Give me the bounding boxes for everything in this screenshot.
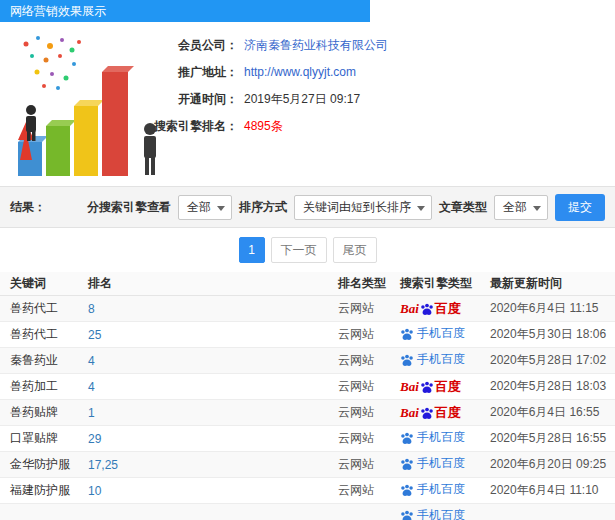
- mobile-baidu-logo: 手机百度: [400, 455, 465, 472]
- update-time-cell: 2020年6月20日 09:25: [490, 456, 615, 473]
- baidu-logo-latin: Bai: [400, 379, 419, 395]
- pagination: 1 下一页 尾页: [0, 228, 615, 272]
- keyword-cell: 兽药加工: [10, 378, 88, 395]
- table-row: 兽药代工8云网站Bai百度2020年6月4日 11:15: [0, 296, 615, 322]
- column-header: 搜索引擎类型: [400, 275, 490, 292]
- chevron-down-icon: [217, 206, 225, 211]
- rank-link[interactable]: 4: [88, 380, 338, 394]
- rank-type-cell: 云网站: [338, 404, 400, 421]
- info-field-value[interactable]: 济南秦鲁药业科技有限公司: [244, 36, 388, 55]
- chevron-down-icon: [417, 206, 425, 211]
- mobile-baidu-label: 手机百度: [417, 351, 465, 368]
- table-row: 兽药代工25云网站手机百度2020年5月30日 18:06: [0, 322, 615, 348]
- mobile-baidu-label: 手机百度: [417, 455, 465, 472]
- baidu-paw-icon: [420, 302, 434, 316]
- info-field-label: 推广地址：: [120, 63, 238, 82]
- mobile-baidu-logo: 手机百度: [400, 429, 465, 446]
- rank-link[interactable]: 1: [88, 406, 338, 420]
- info-fields: 会员公司：济南秦鲁药业科技有限公司推广地址：http://www.qlyyjt.…: [120, 36, 388, 144]
- info-field: 搜索引擎排名：4895条: [120, 117, 388, 136]
- rank-link[interactable]: 17,25: [88, 458, 338, 472]
- update-time-cell: 2020年6月4日 16:55: [490, 404, 615, 421]
- page-title: 网络营销效果展示: [10, 4, 106, 18]
- keyword-cell: 兽药代工: [10, 326, 88, 343]
- engine-filter-label: 分搜索引擎查看: [87, 199, 171, 216]
- rank-link[interactable]: 29: [88, 432, 338, 446]
- rank-type-cell: 云网站: [338, 482, 400, 499]
- chevron-down-icon: [533, 206, 541, 211]
- table-header-row: 关键词排名排名类型搜索引擎类型最新更新时间: [0, 272, 615, 296]
- baidu-logo-cn: 百度: [435, 378, 461, 396]
- info-field-label: 会员公司：: [120, 36, 238, 55]
- search-engine-cell: 手机百度: [400, 325, 490, 344]
- info-field-label: 搜索引擎排名：: [120, 117, 238, 136]
- search-engine-cell: 手机百度: [400, 429, 490, 448]
- info-field: 推广地址：http://www.qlyyjt.com: [120, 63, 388, 82]
- keyword-cell: 兽药代工: [10, 300, 88, 317]
- update-time-cell: 2020年5月30日 18:06: [490, 326, 615, 343]
- rank-link[interactable]: 25: [88, 328, 338, 342]
- search-engine-cell: 手机百度: [400, 455, 490, 474]
- baidu-paw-icon: [400, 509, 414, 520]
- keyword-ranking-table: 关键词排名排名类型搜索引擎类型最新更新时间 兽药代工8云网站Bai百度2020年…: [0, 272, 615, 520]
- keyword-cell: 兽药贴牌: [10, 404, 88, 421]
- article-type-select[interactable]: 全部: [494, 195, 548, 220]
- baidu-paw-icon: [400, 431, 414, 445]
- keyword-cell: 金华防护服: [10, 456, 88, 473]
- baidu-logo: Bai百度: [400, 404, 461, 422]
- baidu-logo-latin: Bai: [400, 405, 419, 421]
- search-engine-cell: 手机百度: [400, 481, 490, 500]
- baidu-paw-icon: [400, 457, 414, 471]
- table-body: 兽药代工8云网站Bai百度2020年6月4日 11:15兽药代工25云网站手机百…: [0, 296, 615, 520]
- mobile-baidu-label: 手机百度: [417, 507, 465, 520]
- baidu-paw-icon: [420, 406, 434, 420]
- table-row: 秦鲁药业4云网站手机百度2020年5月28日 17:02: [0, 348, 615, 374]
- rank-type-cell: 云网站: [338, 456, 400, 473]
- baidu-paw-icon: [400, 483, 414, 497]
- sort-select[interactable]: 关键词由短到长排序: [294, 195, 432, 220]
- baidu-logo-latin: Bai: [400, 301, 419, 317]
- info-field-value: 2019年5月27日 09:17: [244, 90, 360, 109]
- info-field-value[interactable]: http://www.qlyyjt.com: [244, 63, 356, 82]
- keyword-cell: 秦鲁药业: [10, 352, 88, 369]
- keyword-cell: 口罩贴牌: [10, 430, 88, 447]
- mobile-baidu-logo: 手机百度: [400, 351, 465, 368]
- search-engine-cell: 手机百度: [400, 507, 490, 520]
- table-row: 兽药贴牌1云网站Bai百度2020年6月4日 16:55: [0, 400, 615, 426]
- info-field-label: 开通时间：: [120, 90, 238, 109]
- info-field-value: 4895条: [244, 117, 283, 136]
- rank-link[interactable]: 8: [88, 302, 338, 316]
- baidu-logo: Bai百度: [400, 300, 461, 318]
- filter-controls: 分搜索引擎查看 全部 排序方式 关键词由短到长排序 文章类型 全部 提交: [87, 194, 605, 221]
- update-time-cell: 2020年6月4日 11:10: [490, 482, 615, 499]
- column-header: 排名: [88, 275, 338, 292]
- baidu-paw-icon: [400, 327, 414, 341]
- keyword-cell: 福建防护服: [10, 482, 88, 499]
- pagination-next-button[interactable]: 下一页: [271, 237, 327, 263]
- pagination-last-button[interactable]: 尾页: [333, 237, 377, 263]
- update-time-cell: 2020年5月28日 16:55: [490, 430, 615, 447]
- pagination-current-page[interactable]: 1: [239, 237, 265, 263]
- search-engine-cell: 手机百度: [400, 351, 490, 370]
- baidu-paw-icon: [420, 380, 434, 394]
- rank-type-cell: 云网站: [338, 378, 400, 395]
- info-field: 会员公司：济南秦鲁药业科技有限公司: [120, 36, 388, 55]
- mobile-baidu-logo: 手机百度: [400, 325, 465, 342]
- rank-link[interactable]: 4: [88, 354, 338, 368]
- sort-select-value: 关键词由短到长排序: [303, 199, 411, 216]
- mobile-baidu-label: 手机百度: [417, 481, 465, 498]
- mobile-baidu-label: 手机百度: [417, 325, 465, 342]
- table-row: 手机百度: [0, 504, 615, 520]
- submit-button[interactable]: 提交: [555, 194, 605, 221]
- baidu-logo-cn: 百度: [435, 404, 461, 422]
- table-row: 金华防护服17,25云网站手机百度2020年6月20日 09:25: [0, 452, 615, 478]
- article-type-filter-label: 文章类型: [439, 199, 487, 216]
- info-field: 开通时间：2019年5月27日 09:17: [120, 90, 388, 109]
- page-title-bar: 网络营销效果展示: [0, 0, 370, 22]
- table-row: 福建防护服10云网站手机百度2020年6月4日 11:10: [0, 478, 615, 504]
- rank-link[interactable]: 10: [88, 484, 338, 498]
- engine-select-value: 全部: [187, 199, 211, 216]
- engine-select[interactable]: 全部: [178, 195, 232, 220]
- rank-type-cell: 云网站: [338, 352, 400, 369]
- article-type-select-value: 全部: [503, 199, 527, 216]
